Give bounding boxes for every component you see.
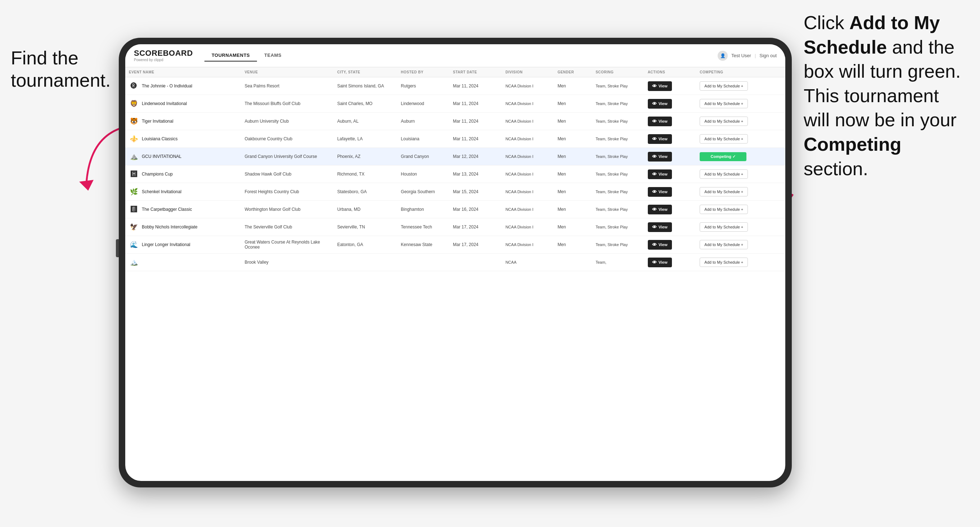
- competing-cell: Add to My Schedule +: [696, 113, 785, 130]
- table-row: 🅡 The Johnnie - O Individual Sea Palms R…: [125, 77, 785, 95]
- competing-cell: Add to My Schedule +: [696, 77, 785, 95]
- actions-cell: 👁 View: [644, 148, 697, 165]
- col-header-scoring: SCORING: [592, 67, 644, 77]
- add-to-schedule-button[interactable]: Add to My Schedule +: [700, 170, 748, 179]
- view-button[interactable]: 👁 View: [648, 222, 672, 232]
- table-row: 🦁 Lindenwood Invitational The Missouri B…: [125, 95, 785, 113]
- division-cell: NCAA Division I: [502, 236, 554, 254]
- view-button[interactable]: 👁 View: [648, 205, 672, 214]
- add-label: Add to My Schedule +: [704, 190, 743, 194]
- division-cell: NCAA Division I: [502, 183, 554, 201]
- eye-icon: 👁: [652, 189, 657, 195]
- scoring-cell: Team, Stroke Play: [592, 113, 644, 130]
- event-name-cell: 🌿 Schenkel Invitational: [129, 187, 237, 197]
- gender-cell: Men: [554, 236, 592, 254]
- team-logo: 🐯: [129, 116, 139, 126]
- venue-cell: Forest Heights Country Club: [241, 183, 334, 201]
- col-header-division: DIVISION: [502, 67, 554, 77]
- hosted-cell: Tennessee Tech: [397, 218, 450, 236]
- team-logo: ⛰️: [129, 151, 139, 162]
- hosted-cell: Auburn: [397, 113, 450, 130]
- division-cell: NCAA: [502, 254, 554, 271]
- add-to-schedule-button[interactable]: Add to My Schedule +: [700, 257, 748, 267]
- division-cell: NCAA Division I: [502, 165, 554, 183]
- city-cell: Statesboro, GA: [334, 183, 397, 201]
- team-logo: 🌊: [129, 240, 139, 250]
- table-header-row: EVENT NAME VENUE CITY, STATE HOSTED BY S…: [125, 67, 785, 77]
- table-row: 🅱 The Carpetbagger Classic Worthington M…: [125, 201, 785, 218]
- view-button[interactable]: 👁 View: [648, 99, 672, 109]
- team-logo: 🅡: [129, 81, 139, 91]
- view-button[interactable]: 👁 View: [648, 257, 672, 267]
- competing-button[interactable]: Competing ✓: [700, 152, 746, 161]
- view-button[interactable]: 👁 View: [648, 134, 672, 144]
- gender-cell: [554, 254, 592, 271]
- city-cell: Saint Simons Island, GA: [334, 77, 397, 95]
- add-to-schedule-button[interactable]: Add to My Schedule +: [700, 81, 748, 90]
- venue-cell: Sea Palms Resort: [241, 77, 334, 95]
- view-button[interactable]: 👁 View: [648, 170, 672, 179]
- eye-icon: 👁: [652, 224, 657, 230]
- eye-icon: 👁: [652, 207, 657, 212]
- event-name-text: GCU INVITATIONAL: [142, 154, 181, 159]
- view-label: View: [659, 225, 668, 229]
- venue-cell: The Missouri Bluffs Golf Club: [241, 95, 334, 113]
- view-label: View: [659, 154, 668, 159]
- hosted-cell: Houston: [397, 165, 450, 183]
- view-button[interactable]: 👁 View: [648, 81, 672, 91]
- view-label: View: [659, 243, 668, 247]
- add-to-schedule-button[interactable]: Add to My Schedule +: [700, 99, 748, 108]
- user-avatar: 👤: [718, 51, 728, 61]
- view-label: View: [659, 102, 668, 106]
- add-to-schedule-button[interactable]: Add to My Schedule +: [700, 205, 748, 214]
- actions-cell: 👁 View: [644, 183, 697, 201]
- hosted-cell: Binghamton: [397, 201, 450, 218]
- gender-cell: Men: [554, 183, 592, 201]
- view-button[interactable]: 👁 View: [648, 117, 672, 126]
- add-to-schedule-button[interactable]: Add to My Schedule +: [700, 117, 748, 126]
- app-header: SCOREBOARD Powered by clippd TOURNAMENTS…: [125, 44, 785, 67]
- event-name-cell: 🐯 Tiger Invitational: [129, 116, 237, 126]
- gender-cell: Men: [554, 165, 592, 183]
- hosted-cell: Grand Canyon: [397, 148, 450, 165]
- venue-cell: Grand Canyon University Golf Course: [241, 148, 334, 165]
- competing-cell: Add to My Schedule +: [696, 218, 785, 236]
- city-cell: Saint Charles, MO: [334, 95, 397, 113]
- eye-icon: 👁: [652, 260, 657, 265]
- user-name: Test User: [731, 53, 751, 58]
- actions-cell: 👁 View: [644, 201, 697, 218]
- add-to-schedule-button[interactable]: Add to My Schedule +: [700, 134, 748, 143]
- view-label: View: [659, 207, 668, 211]
- tab-teams[interactable]: TEAMS: [257, 50, 289, 62]
- app-powered-by: Powered by clippd: [134, 58, 193, 62]
- add-label: Add to My Schedule +: [704, 102, 743, 106]
- view-label: View: [659, 137, 668, 141]
- sign-out-link[interactable]: Sign out: [759, 53, 777, 58]
- view-button[interactable]: 👁 View: [648, 240, 672, 250]
- col-header-actions: ACTIONS: [644, 67, 697, 77]
- eye-icon: 👁: [652, 171, 657, 177]
- competing-cell: Add to My Schedule +: [696, 130, 785, 148]
- scoring-cell: Team,: [592, 254, 644, 271]
- add-to-schedule-button[interactable]: Add to My Schedule +: [700, 240, 748, 249]
- tab-tournaments[interactable]: TOURNAMENTS: [204, 50, 257, 62]
- date-cell: Mar 11, 2024: [450, 113, 502, 130]
- event-name-cell: 🦅 Bobby Nichols Intercollegiate: [129, 222, 237, 232]
- col-header-gender: GENDER: [554, 67, 592, 77]
- view-button[interactable]: 👁 View: [648, 187, 672, 197]
- venue-cell: Worthington Manor Golf Club: [241, 201, 334, 218]
- add-to-schedule-button[interactable]: Add to My Schedule +: [700, 222, 748, 232]
- team-logo: 🦅: [129, 222, 139, 232]
- add-to-schedule-button[interactable]: Add to My Schedule +: [700, 187, 748, 197]
- table-body: 🅡 The Johnnie - O Individual Sea Palms R…: [125, 77, 785, 271]
- annotation-right: Click Add to My Schedule and the box wil…: [803, 11, 969, 181]
- date-cell: Mar 15, 2024: [450, 183, 502, 201]
- hosted-cell: Rutgers: [397, 77, 450, 95]
- scoring-cell: Team, Stroke Play: [592, 201, 644, 218]
- scoring-cell: Team, Stroke Play: [592, 218, 644, 236]
- view-button[interactable]: 👁 View: [648, 152, 672, 162]
- actions-cell: 👁 View: [644, 165, 697, 183]
- gender-cell: Men: [554, 201, 592, 218]
- team-logo: ⚜️: [129, 134, 139, 144]
- table-row: 🌊 Linger Longer Invitational Great Water…: [125, 236, 785, 254]
